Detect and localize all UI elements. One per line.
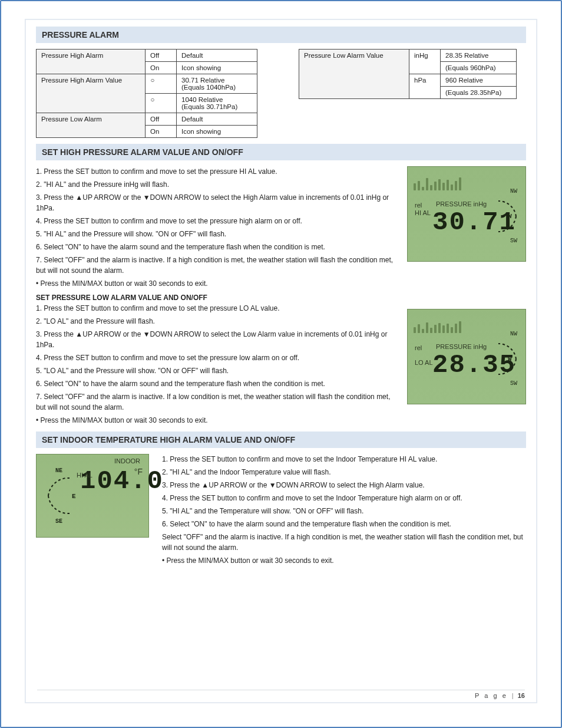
compass-icon: NE E SE: [42, 459, 84, 532]
svg-text:E: E: [72, 493, 76, 500]
list-item: 7. Select "OFF" and the alarm is inactiv…: [36, 391, 399, 413]
list-item: 5. "HI AL" and the Pressure will show. "…: [36, 229, 399, 239]
page-frame: PRESSURE ALARM Pressure High Alarm Off D…: [0, 0, 562, 728]
exit-note: • Press the MIN/MAX button or wait 30 se…: [162, 555, 526, 566]
list-item: 6. Select "ON" to have the alarm sound a…: [36, 242, 399, 252]
pressure-label: PRESSURE inHg: [436, 344, 487, 350]
indoor-label: INDOOR: [80, 458, 145, 465]
row-label: Pressure High Alarm: [37, 50, 146, 74]
rel-tag: rel: [415, 345, 433, 351]
list-item: 1. Press the SET button to confirm and m…: [36, 303, 399, 314]
bar-graph-icon: [414, 315, 488, 333]
alarm-tag: HI AL: [77, 472, 92, 479]
content-area: PRESSURE ALARM Pressure High Alarm Off D…: [25, 19, 537, 703]
indoor-lcd: NE E SE INDOOR HI AL °F 104.0: [36, 454, 149, 538]
pressure-alarm-table-right: Pressure Low Alarm Value inHg 28.35 Rela…: [299, 49, 517, 99]
list-item: 3. Press the ▲UP ARROW or the ▼DOWN ARRO…: [162, 480, 526, 490]
svg-text:W: W: [508, 355, 512, 363]
exit-note: • Press the MIN/MAX button or wait 30 se…: [36, 415, 399, 426]
row-label: Pressure Low Alarm Value: [299, 50, 409, 99]
section-header-pressure-alarm: PRESSURE ALARM: [36, 27, 526, 43]
list-item: 3. Press the ▲UP ARROW or the ▼DOWN ARRO…: [36, 329, 399, 350]
list-item: Select "OFF" and the alarm is inactive. …: [162, 532, 526, 553]
alarm-tag: LO AL: [415, 360, 433, 366]
compass-icon: NW W SW: [490, 181, 522, 252]
list-item: 7. Select "OFF" and the alarm is inactiv…: [36, 255, 399, 276]
list-item: 4. Press the SET button to confirm and m…: [162, 493, 526, 503]
table-row: Pressure Low Alarm Off Default: [37, 113, 257, 126]
svg-text:SW: SW: [510, 380, 517, 387]
section-header-hi-pressure: SET HIGH PRESSURE ALARM VALUE AND ON/OFF: [36, 144, 526, 160]
bullet-icon: •: [36, 416, 38, 424]
list-item: 4. Press the SET button to confirm and m…: [36, 353, 399, 363]
lo-pressure-lcd: rel LO AL PRESSURE inHg 28.35 NW W SW: [407, 309, 526, 404]
indoor-steps: 1. Press the SET button to confirm and m…: [162, 454, 526, 566]
indoor-lcd-wrap: NE E SE INDOOR HI AL °F 104.0: [36, 454, 154, 538]
page-footer: P a g e | 16: [37, 690, 525, 699]
table-row: Pressure High Alarm Off Default: [37, 50, 257, 62]
rel-tag: rel: [415, 202, 431, 209]
bar-graph-icon: [414, 173, 488, 190]
svg-text:SE: SE: [55, 518, 62, 525]
bullet-icon: •: [162, 556, 164, 565]
table-row: Pressure High Alarm Value ○ 30.71 Relati…: [37, 74, 257, 94]
list-item: 5. "LO AL" and the Pressure will show. "…: [36, 365, 399, 376]
list-item: 1. Press the SET button to confirm and m…: [162, 454, 526, 465]
deg-f-label: °F: [134, 467, 143, 476]
svg-text:NE: NE: [55, 467, 62, 474]
hpa-bullet-icon: ○: [150, 96, 155, 103]
list-item: 2. "HI AL" and the Pressure inHg will fl…: [36, 179, 399, 190]
row-label: Pressure Low Alarm: [37, 113, 146, 138]
hi-pressure-block: 1. Press the SET button to confirm and m…: [36, 166, 526, 426]
list-item: 1. Press the SET button to confirm and m…: [36, 166, 399, 177]
exit-note: • Press the MIN/MAX button or wait 30 se…: [36, 278, 399, 289]
list-item: 6. Select "ON" to have the alarm sound a…: [162, 519, 526, 529]
pressure-alarm-table-left: Pressure High Alarm Off Default On Icon …: [36, 49, 257, 138]
footer-page-number: 16: [518, 692, 525, 699]
svg-text:SW: SW: [510, 238, 517, 244]
bullet-icon: •: [36, 279, 38, 288]
row-label: Pressure High Alarm Value: [37, 74, 146, 113]
section-header-indoor: SET INDOOR TEMPERATURE HIGH ALARM VALUE …: [36, 431, 526, 448]
inhg-bullet-icon: ○: [150, 77, 155, 84]
list-item: 6. Select "ON" to have the alarm sound a…: [36, 378, 399, 389]
footer-page-word: P a g e: [475, 692, 508, 699]
subsection-header-lo-pressure: SET PRESSURE LOW ALARM VALUE AND ON/OFF: [36, 292, 399, 303]
table-row: Pressure Low Alarm Value inHg 28.35 Rela…: [299, 50, 517, 62]
pressure-label: PRESSURE inHg: [436, 201, 487, 207]
svg-text:NW: NW: [510, 188, 517, 195]
list-item: 4. Press the SET button to confirm and m…: [36, 216, 399, 226]
list-item: 5. "HI AL" and the Temperature will show…: [162, 506, 526, 516]
svg-text:W: W: [508, 213, 512, 220]
pressure-alarm-tables: Pressure High Alarm Off Default On Icon …: [36, 49, 526, 138]
indoor-block: NE E SE INDOOR HI AL °F 104.0 1. Press t…: [36, 454, 526, 566]
alarm-tag: HI AL: [415, 210, 431, 216]
list-item: 2. "HI AL" and the Indoor Temperature va…: [162, 467, 526, 477]
list-item: 3. Press the ▲UP ARROW or the ▼DOWN ARRO…: [36, 192, 399, 213]
footer-separator: |: [510, 692, 516, 699]
hi-pressure-lcd: rel HI AL PRESSURE inHg 30.71 NW W SW: [407, 166, 526, 262]
list-item: 2. "LO AL" and the Pressure will flash.: [36, 316, 399, 327]
svg-text:NW: NW: [510, 331, 517, 337]
hi-pressure-steps: 1. Press the SET button to confirm and m…: [36, 166, 399, 426]
compass-icon: NW W SW: [490, 324, 522, 394]
